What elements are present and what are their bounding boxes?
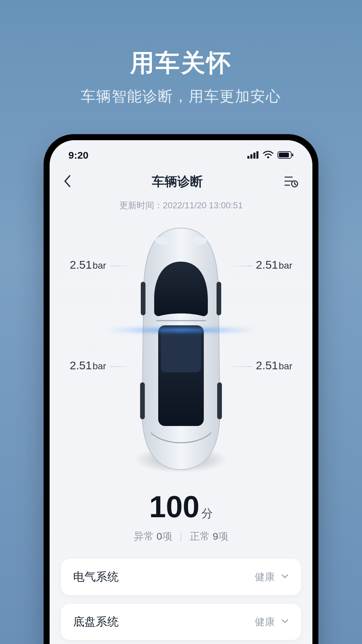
system-status: 健康 xyxy=(255,615,275,629)
system-row-electrical[interactable]: 电气系统 健康 xyxy=(61,559,301,595)
system-name: 底盘系统 xyxy=(73,614,119,630)
chevron-down-icon xyxy=(281,571,289,583)
svg-rect-7 xyxy=(292,154,293,156)
system-name: 电气系统 xyxy=(73,569,119,585)
score-value: 100 xyxy=(149,490,199,524)
history-button[interactable] xyxy=(284,174,298,190)
svg-rect-2 xyxy=(253,153,255,159)
update-value: 2022/11/20 13:00:51 xyxy=(163,200,243,210)
tire-pressure-rl: 2.51bar xyxy=(70,359,106,372)
system-status: 健康 xyxy=(255,570,275,584)
page-title: 车辆诊断 xyxy=(152,173,203,190)
health-score: 100分 xyxy=(50,490,312,524)
chevron-down-icon xyxy=(281,616,289,628)
update-label: 更新时间： xyxy=(119,200,163,210)
score-suffix: 分 xyxy=(201,507,213,520)
back-button[interactable] xyxy=(64,175,71,189)
car-diagram: 2.51bar 2.51bar 2.51bar 2.51bar xyxy=(50,225,312,480)
car-top-icon xyxy=(127,225,235,480)
system-list: 电气系统 健康 底盘系统 健康 动力系统 健康 xyxy=(61,559,301,644)
battery-icon xyxy=(278,150,294,161)
scan-line xyxy=(104,329,258,332)
svg-line-13 xyxy=(295,184,296,185)
svg-rect-1 xyxy=(250,154,252,159)
svg-point-22 xyxy=(192,237,207,245)
hero-subtitle: 车辆智能诊断，用车更加安心 xyxy=(0,87,362,106)
hero: 用车关怀 车辆智能诊断，用车更加安心 xyxy=(0,0,362,106)
update-time: 更新时间：2022/11/20 13:00:51 xyxy=(50,200,312,211)
svg-rect-17 xyxy=(141,282,145,315)
tire-pressure-fl: 2.51bar xyxy=(70,258,106,271)
status-icons xyxy=(247,150,294,161)
svg-point-21 xyxy=(155,237,170,245)
svg-rect-19 xyxy=(140,382,145,419)
tire-pressure-rr: 2.51bar xyxy=(256,359,292,372)
svg-rect-18 xyxy=(217,282,221,315)
signal-icon xyxy=(247,150,259,161)
phone-frame: 9:20 车辆诊断 更新时间：2022 xyxy=(44,134,318,644)
issue-counts: 异常 0项 | 正常 9项 xyxy=(50,530,312,543)
svg-rect-6 xyxy=(279,153,289,157)
status-bar: 9:20 xyxy=(50,140,312,164)
svg-rect-0 xyxy=(247,156,249,159)
status-time: 9:20 xyxy=(68,150,88,161)
nav-bar: 车辆诊断 xyxy=(50,164,312,194)
hero-title: 用车关怀 xyxy=(0,47,362,79)
wifi-icon xyxy=(263,150,274,161)
tire-pressure-fr: 2.51bar xyxy=(256,258,292,271)
phone-screen: 9:20 车辆诊断 更新时间：2022 xyxy=(50,140,312,644)
svg-rect-20 xyxy=(217,382,222,419)
svg-rect-16 xyxy=(161,329,201,372)
svg-point-4 xyxy=(267,156,269,158)
system-row-chassis[interactable]: 底盘系统 健康 xyxy=(61,604,301,640)
svg-rect-3 xyxy=(256,151,258,159)
